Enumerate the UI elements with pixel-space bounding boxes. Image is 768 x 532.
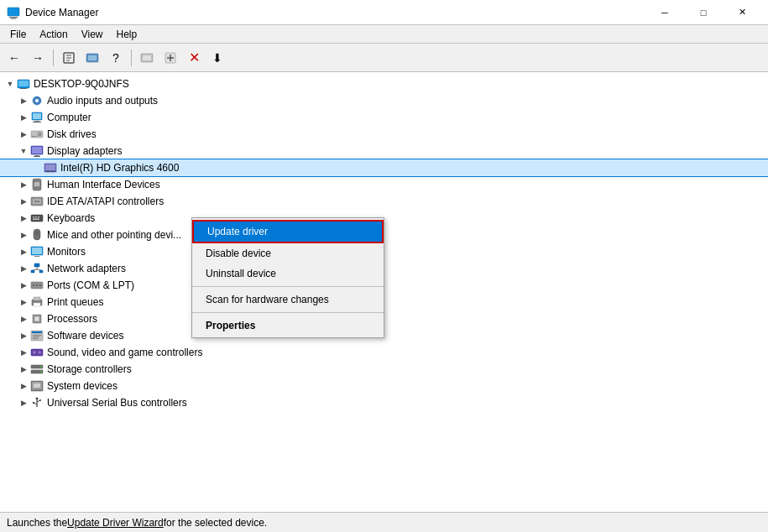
disk-label: Disk drives [47, 128, 97, 140]
tree-item-intel-gpu[interactable]: ▶ Intel(R) HD Graphics 4600 [0, 159, 768, 176]
toolbar-remove[interactable]: ✕ [183, 47, 205, 69]
menu-file[interactable]: File [3, 25, 33, 43]
svg-rect-0 [8, 8, 19, 16]
svg-rect-20 [33, 113, 41, 119]
window-controls: ─ □ ✕ [645, 0, 761, 25]
main-content: ▼ DESKTOP-9Q0JNFS ▶ Audio inputs and out… [0, 72, 768, 512]
menubar: File Action View Help [0, 25, 768, 44]
menu-action[interactable]: Action [33, 25, 74, 43]
svg-rect-21 [34, 121, 39, 122]
toolbar-properties[interactable] [58, 47, 80, 69]
mice-label: Mice and other pointing devi... [47, 229, 181, 241]
toolbar-scan[interactable] [136, 47, 158, 69]
keyboard-expand: ▶ [17, 211, 30, 225]
svg-rect-62 [34, 303, 40, 306]
monitors-expand: ▶ [17, 245, 30, 258]
network-icon [30, 262, 44, 275]
minimize-button[interactable]: ─ [645, 0, 684, 25]
gpu-label: Intel(R) HD Graphics 4600 [60, 162, 179, 174]
ports-expand: ▶ [17, 279, 30, 292]
root-expand-arrow: ▼ [3, 77, 17, 91]
disk-icon [30, 128, 44, 141]
ctx-sep2 [192, 312, 384, 313]
tree-item-ide[interactable]: ▶ IDE ATA/ATAPI controllers [0, 193, 768, 210]
system-expand: ▶ [17, 379, 30, 393]
mice-icon [30, 228, 44, 242]
storage-expand: ▶ [17, 362, 30, 376]
storage-icon [30, 362, 44, 376]
svg-rect-42 [35, 216, 37, 218]
svg-rect-29 [34, 156, 40, 157]
ctx-sep1 [192, 286, 384, 287]
tree-item-computer[interactable]: ▶ Computer [0, 109, 768, 126]
svg-rect-41 [33, 216, 34, 218]
toolbar-forward[interactable]: → [27, 47, 49, 69]
svg-rect-67 [32, 331, 42, 333]
toolbar: ← → ? ✕ ⬇ [0, 44, 768, 72]
ctx-properties[interactable]: Properties [192, 316, 384, 336]
statusbar-link: Update Driver Wizard [67, 517, 164, 529]
usb-icon [30, 396, 44, 409]
toolbar-update-driver[interactable] [81, 47, 103, 69]
maximize-button[interactable]: □ [684, 0, 723, 25]
svg-rect-48 [32, 248, 42, 254]
menu-help[interactable]: Help [110, 25, 144, 43]
menu-view[interactable]: View [75, 25, 110, 43]
ctx-scan-hardware[interactable]: Scan for hardware changes [192, 289, 384, 310]
svg-rect-28 [34, 155, 39, 156]
tree-item-system[interactable]: ▶ System devices [0, 378, 768, 394]
svg-rect-40 [31, 215, 43, 222]
monitors-icon [30, 245, 44, 258]
context-menu: Update driver Disable device Uninstall d… [191, 217, 384, 338]
titlebar: Device Manager ─ □ ✕ [0, 0, 768, 25]
toolbar-back[interactable]: ← [3, 47, 25, 69]
proc-expand: ▶ [17, 312, 30, 326]
ports-icon [30, 279, 44, 292]
audio-expand: ▶ [17, 94, 30, 107]
toolbar-help[interactable]: ? [105, 47, 127, 69]
statusbar: Launches the Update Driver Wizard for th… [0, 512, 768, 532]
svg-rect-16 [20, 88, 27, 89]
svg-rect-10 [143, 55, 151, 60]
svg-point-72 [33, 351, 36, 354]
tree-item-sound[interactable]: ▶ Sound, video and game controllers [0, 344, 768, 361]
svg-rect-33 [51, 171, 54, 172]
svg-point-59 [39, 284, 41, 286]
sw-expand: ▶ [17, 329, 30, 342]
tree-item-disk[interactable]: ▶ Disk drives [0, 126, 768, 143]
ctx-uninstall-device[interactable]: Uninstall device [192, 263, 384, 284]
svg-point-77 [40, 371, 42, 373]
tree-item-storage[interactable]: ▶ Storage controllers [0, 361, 768, 378]
tree-item-usb[interactable]: ▶ Universal Serial Bus controllers [0, 394, 768, 411]
svg-rect-27 [32, 147, 42, 154]
toolbar-download[interactable]: ⬇ [206, 47, 228, 69]
computer-expand: ▶ [17, 111, 30, 124]
svg-line-54 [33, 269, 37, 270]
print-label: Print queues [47, 296, 103, 308]
audio-icon [30, 94, 44, 107]
tree-item-audio[interactable]: ▶ Audio inputs and outputs [0, 92, 768, 109]
svg-rect-69 [33, 336, 39, 337]
sound-icon [30, 346, 44, 359]
computer-icon [30, 111, 44, 124]
proc-label: Processors [47, 313, 97, 325]
hid-expand: ▶ [17, 178, 30, 191]
svg-point-18 [35, 99, 39, 102]
svg-rect-22 [33, 122, 41, 123]
keyboard-icon [30, 211, 44, 225]
toolbar-add[interactable] [159, 47, 181, 69]
svg-rect-86 [33, 402, 34, 404]
tree-item-hid[interactable]: ▶ Human Interface Devices [0, 176, 768, 193]
hid-label: Human Interface Devices [47, 179, 160, 190]
device-tree[interactable]: ▼ DESKTOP-9Q0JNFS ▶ Audio inputs and out… [0, 72, 768, 512]
proc-icon [30, 312, 44, 326]
close-button[interactable]: ✕ [723, 0, 761, 25]
svg-rect-80 [34, 383, 40, 388]
tree-item-display[interactable]: ▼ Display adapters [0, 143, 768, 159]
tree-root[interactable]: ▼ DESKTOP-9Q0JNFS [0, 76, 768, 92]
ctx-update-driver[interactable]: Update driver [192, 220, 384, 243]
svg-rect-32 [47, 171, 50, 172]
svg-rect-52 [39, 270, 43, 273]
mice-expand: ▶ [17, 228, 30, 242]
ctx-disable-device[interactable]: Disable device [192, 243, 384, 263]
